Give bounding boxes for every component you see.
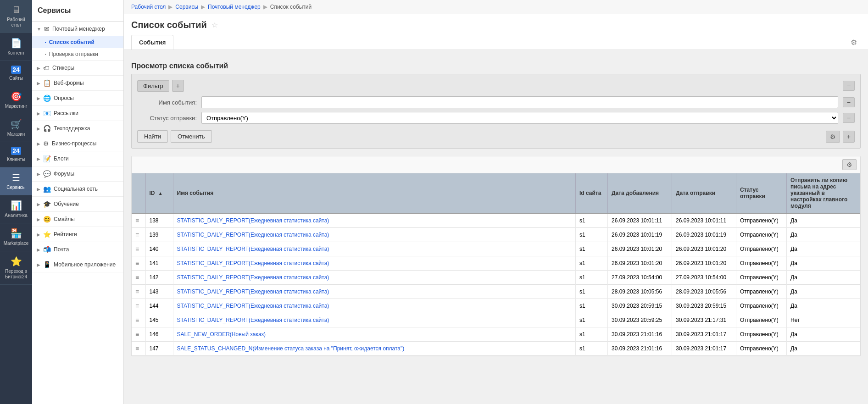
favorite-star-icon[interactable]: ☆ — [211, 21, 218, 29]
nav-shop-label: Магазин — [7, 132, 25, 137]
sidebar-group-header-learning[interactable]: ▶ 🎓 Обучение — [32, 197, 123, 211]
stickers-icon: 🏷 — [43, 64, 50, 72]
row-name-link[interactable]: SALE_STATUS_CHANGED_N(Изменение статуса … — [177, 345, 405, 352]
nav-marketing[interactable]: 🎯 Маркетинг — [0, 86, 32, 114]
row-menu-cell: ≡ — [132, 256, 145, 271]
row-menu-icon[interactable]: ≡ — [135, 217, 139, 224]
sidebar-group-header-biz-proc[interactable]: ▶ ⚙ Бизнес-процессы — [32, 136, 123, 151]
row-status-cell: Отправлено(Y) — [736, 313, 787, 327]
col-copy-header[interactable]: Отправить ли копию письма на адрес указа… — [787, 173, 860, 213]
sidebar-group-polls: ▶ 🌐 Опросы — [32, 91, 123, 106]
nav-sites-label: Сайты — [9, 76, 23, 81]
tab-events[interactable]: События — [131, 35, 173, 50]
row-site-cell: s1 — [576, 327, 608, 342]
row-send-date-cell: 28.09.2023 10:05:56 — [672, 285, 736, 299]
sidebar-group-header-polls[interactable]: ▶ 🌐 Опросы — [32, 91, 123, 105]
row-name-link[interactable]: STATISTIC_DAILY_REPORT(Ежедневная статис… — [177, 303, 329, 309]
sidebar-group-header-mail-manager[interactable]: ▼ ✉ Почтовый менеджер — [32, 22, 123, 36]
nav-marketplace[interactable]: 🏪 Marketplace — [0, 223, 32, 251]
breadcrumb-services[interactable]: Сервисы — [175, 4, 198, 10]
sidebar-group-header-blogs[interactable]: ▶ 📝 Блоги — [32, 151, 123, 166]
row-send-date-cell: 30.09.2023 21:01:17 — [672, 327, 736, 342]
row-menu-icon[interactable]: ≡ — [135, 245, 139, 253]
row-name-link[interactable]: STATISTIC_DAILY_REPORT(Ежедневная статис… — [177, 232, 329, 238]
filter-minimize-button[interactable]: − — [843, 81, 855, 91]
row-name-link[interactable]: STATISTIC_DAILY_REPORT(Ежедневная статис… — [177, 217, 329, 224]
filter-gear-button[interactable]: ⚙ — [826, 131, 840, 143]
sidebar-group-blogs: ▶ 📝 Блоги — [32, 151, 123, 166]
table-gear-button[interactable]: ⚙ — [842, 159, 857, 170]
nav-analytics[interactable]: 📊 Аналитика — [0, 195, 32, 223]
col-add-date-header[interactable]: Дата добавления — [608, 173, 672, 213]
sidebar-group-header-mobile[interactable]: ▶ 📱 Мобильное приложение — [32, 257, 123, 272]
row-menu-icon[interactable]: ≡ — [135, 302, 139, 310]
sidebar-sub-events-list[interactable]: Список событий — [32, 36, 123, 48]
nav-desktop[interactable]: 🖥 Рабочий стол — [0, 0, 32, 33]
row-name-cell: STATISTIC_DAILY_REPORT(Ежедневная статис… — [173, 242, 576, 256]
bitrix24-icon: ⭐ — [11, 256, 22, 267]
sidebar-group-header-ratings[interactable]: ▶ ⭐ Рейтинги — [32, 227, 123, 242]
sidebar-group-header-social[interactable]: ▶ 👥 Социальная сеть — [32, 182, 123, 196]
col-id-header[interactable]: ID ▲ — [145, 173, 173, 213]
sidebar-sub-label-send-check: Проверка отправки — [49, 51, 98, 57]
row-send-date-cell: 30.09.2023 21:17:31 — [672, 313, 736, 327]
breadcrumb-mail-manager[interactable]: Почтовый менеджер — [208, 4, 261, 10]
row-menu-icon[interactable]: ≡ — [135, 231, 139, 238]
col-site-header[interactable]: Id сайта — [576, 173, 608, 213]
row-name-link[interactable]: STATISTIC_DAILY_REPORT(Ежедневная статис… — [177, 288, 329, 295]
filter-find-button[interactable]: Найти — [137, 130, 168, 143]
filter-remove-status-button[interactable]: − — [843, 113, 855, 123]
sidebar-group-mail-manager: ▼ ✉ Почтовый менеджер Список событий Про… — [32, 22, 123, 61]
nav-shop[interactable]: 🛒 Магазин — [0, 114, 32, 142]
col-name-header[interactable]: Имя события — [173, 173, 576, 213]
row-menu-icon[interactable]: ≡ — [135, 260, 139, 267]
nav-bitrix24[interactable]: ⭐ Переход в Битрикс24 — [0, 251, 32, 285]
tabs-row: События ⚙ — [131, 35, 861, 50]
breadcrumb-current: Список событий — [270, 4, 312, 10]
mobile-icon: 📱 — [43, 261, 51, 268]
sidebar-group-header-smiles[interactable]: ▶ 😊 Смайлы — [32, 212, 123, 227]
row-name-cell: STATISTIC_DAILY_REPORT(Ежедневная статис… — [173, 256, 576, 271]
row-name-link[interactable]: SALE_NEW_ORDER(Новый заказ) — [177, 331, 266, 338]
page-header: Список событий ☆ События ⚙ — [124, 14, 868, 50]
sidebar: Сервисы ▼ ✉ Почтовый менеджер Список соб… — [32, 0, 124, 404]
sidebar-group-mobile: ▶ 📱 Мобильное приложение — [32, 257, 123, 272]
row-site-cell: s1 — [576, 285, 608, 299]
biz-proc-icon: ⚙ — [43, 140, 49, 147]
sidebar-group-header-webforms[interactable]: ▶ 📋 Веб-формы — [32, 76, 123, 90]
nav-sites[interactable]: 24 Сайты — [0, 61, 32, 86]
col-status-header[interactable]: Статус отправки — [736, 173, 787, 213]
row-menu-icon[interactable]: ≡ — [135, 316, 139, 324]
row-name-link[interactable]: STATISTIC_DAILY_REPORT(Ежедневная статис… — [177, 317, 329, 323]
sidebar-sub-send-check[interactable]: Проверка отправки — [32, 48, 123, 60]
filter-plus-button[interactable]: + — [843, 131, 855, 143]
filter-select-send-status[interactable]: Отправлено(Y) Не отправлено Все — [201, 112, 838, 124]
nav-content[interactable]: 📄 Контент — [0, 33, 32, 61]
row-name-link[interactable]: STATISTIC_DAILY_REPORT(Ежедневная статис… — [177, 246, 329, 252]
sidebar-group-header-stickers[interactable]: ▶ 🏷 Стикеры — [32, 61, 123, 75]
breadcrumb-desktop[interactable]: Рабочий стол — [131, 4, 166, 10]
filter-title-button[interactable]: Фильтр — [137, 80, 169, 92]
tab-settings-button[interactable]: ⚙ — [847, 36, 861, 49]
row-menu-icon[interactable]: ≡ — [135, 288, 139, 295]
row-name-link[interactable]: STATISTIC_DAILY_REPORT(Ежедневная статис… — [177, 274, 329, 281]
filter-remove-event-name-button[interactable]: − — [843, 97, 855, 107]
filter-cancel-button[interactable]: Отменить — [171, 130, 211, 143]
filter-add-button[interactable]: + — [172, 80, 184, 92]
nav-services[interactable]: ☰ Сервисы — [0, 167, 32, 195]
sidebar-group-header-mailings[interactable]: ▶ 📧 Рассылки — [32, 106, 123, 121]
support-icon: 🎧 — [43, 125, 51, 132]
table-row: ≡ 140 STATISTIC_DAILY_REPORT(Ежедневная … — [132, 242, 860, 256]
row-menu-icon[interactable]: ≡ — [135, 274, 139, 281]
col-send-date-header[interactable]: Дата отправки — [672, 173, 736, 213]
row-menu-icon[interactable]: ≡ — [135, 345, 139, 352]
row-copy-cell: Нет — [787, 313, 860, 327]
sidebar-group-header-mail[interactable]: ▶ 📬 Почта — [32, 242, 123, 257]
row-name-link[interactable]: STATISTIC_DAILY_REPORT(Ежедневная статис… — [177, 260, 329, 266]
table-row: ≡ 141 STATISTIC_DAILY_REPORT(Ежедневная … — [132, 256, 860, 271]
sidebar-group-header-support[interactable]: ▶ 🎧 Техподдержка — [32, 121, 123, 136]
sidebar-group-header-forums[interactable]: ▶ 💬 Форумы — [32, 166, 123, 181]
filter-input-event-name[interactable] — [201, 96, 838, 108]
row-menu-icon[interactable]: ≡ — [135, 331, 139, 338]
nav-clients[interactable]: 24 Клиенты — [0, 142, 32, 167]
